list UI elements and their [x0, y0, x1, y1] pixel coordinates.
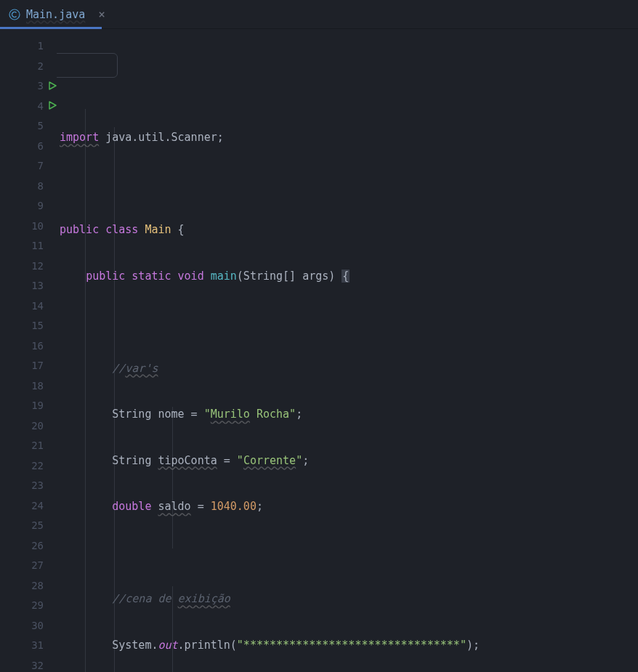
line-number: 15 [26, 316, 44, 336]
tab-main-java[interactable]: Main.java × [0, 0, 114, 28]
line-number: 12 [26, 256, 44, 277]
line-number: 14 [26, 296, 44, 317]
run-gutter-icon[interactable] [48, 81, 58, 92]
svg-point-0 [9, 9, 20, 20]
java-class-icon [9, 9, 20, 20]
tab-label: Main.java [26, 8, 85, 21]
line-number: 32 [26, 656, 44, 673]
line-number: 2 [26, 57, 44, 77]
editor-tabs: Main.java × [0, 0, 638, 29]
line-number: 10 [26, 216, 44, 237]
line-number: 27 [26, 556, 44, 576]
line-number: 22 [26, 456, 44, 477]
line-number: 17 [26, 356, 44, 376]
line-number: 13 [26, 276, 44, 296]
line-number: 11 [26, 236, 44, 256]
line-number: 23 [26, 476, 44, 496]
line-number: 3 [26, 76, 44, 97]
line-number: 28 [26, 576, 44, 596]
line-number: 6 [26, 137, 44, 157]
line-number: 21 [26, 436, 44, 456]
line-number: 19 [26, 396, 44, 416]
line-number: 31 [26, 636, 44, 656]
line-number: 30 [26, 616, 44, 636]
line-number: 7 [26, 156, 44, 177]
line-number: 5 [26, 116, 44, 137]
code-area[interactable]: import java.util.Scanner; public class M… [57, 29, 638, 672]
line-number: 4 [26, 97, 44, 117]
line-number: 16 [26, 336, 44, 357]
gutter: 1 2 3 4 5 6 7 8 9 10 11 12 13 14 15 16 1… [0, 29, 57, 672]
line-number: 25 [26, 516, 44, 536]
line-number: 26 [26, 536, 44, 556]
line-number: 8 [26, 177, 44, 197]
run-gutter-icon[interactable] [48, 101, 58, 111]
line-number: 20 [26, 416, 44, 437]
line-number: 29 [26, 596, 44, 616]
line-number: 1 [26, 36, 44, 57]
line-number: 9 [26, 196, 44, 216]
line-number: 18 [26, 376, 44, 397]
line-number: 24 [26, 496, 44, 517]
close-icon[interactable]: × [98, 7, 105, 21]
editor: 1 2 3 4 5 6 7 8 9 10 11 12 13 14 15 16 1… [0, 29, 638, 672]
